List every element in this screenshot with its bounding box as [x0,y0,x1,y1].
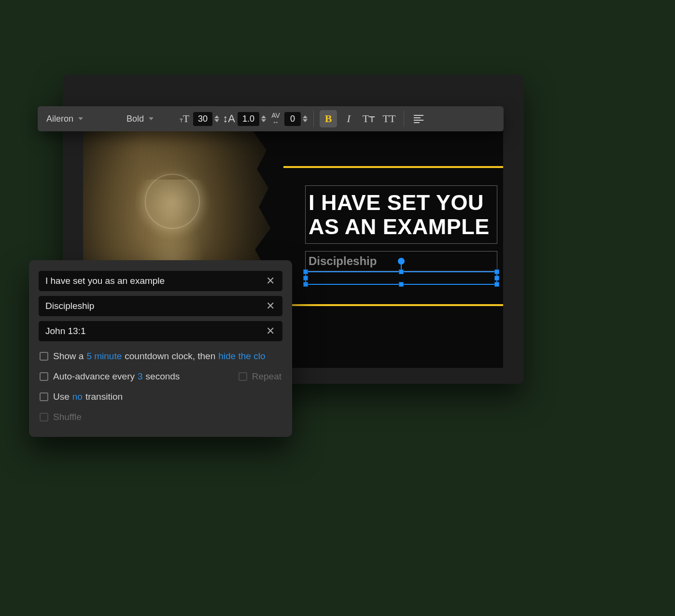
repeat-label: Repeat [252,371,281,382]
autoadvance-seconds-link[interactable]: 3 [138,371,143,382]
slide-title: I HAVE SET YOU AS AN EXAMPLE [309,191,494,239]
opt-label: Show a [53,351,84,362]
line-height-icon: ↕A [222,112,236,125]
reference-field[interactable] [45,326,263,336]
bold-button[interactable]: B [320,110,337,127]
tracking-input[interactable]: 0 [284,112,301,126]
close-icon[interactable]: ✕ [263,275,278,287]
slide-options-panel: ✕ ✕ ✕ Show a 5 minute countdown clock, t… [29,260,292,437]
shuffle-option-row: Shuffle [39,407,282,427]
chevron-down-icon [78,117,83,120]
tracking-control: AV↔ 0 [269,112,308,126]
toolbar-divider [313,111,314,127]
font-size-icon: ᴛT [178,112,191,125]
accent-rule-top [283,166,503,168]
resize-handle-bl[interactable] [303,282,308,287]
shuffle-label: Shuffle [53,412,82,422]
font-weight-dropdown[interactable]: Bold [122,110,175,127]
opt-label: Use [53,392,70,402]
title-field[interactable] [45,276,263,286]
resize-handle-bm[interactable] [399,282,404,287]
resize-handle-br[interactable] [494,282,499,287]
title-text-box[interactable]: I HAVE SET YOU AS AN EXAMPLE [305,185,497,244]
small-caps-button[interactable]: Tᴛ [360,110,378,127]
font-size-control: ᴛT 30 [178,112,219,126]
transition-option-row: Use no transition [39,387,282,407]
text-field-row: ✕ [39,271,282,291]
text-align-dropdown[interactable] [410,115,429,123]
text-format-toolbar: Aileron Bold ᴛT 30 ↕A 1.0 AV↔ 0 B I Tᴛ T… [38,106,504,131]
font-family-dropdown[interactable]: Aileron [42,110,119,127]
countdown-action-link[interactable]: hide the clo [218,351,265,362]
toolbar-divider [404,111,404,127]
align-left-icon [414,115,423,123]
resize-handle-tl[interactable] [303,269,308,274]
shuffle-checkbox[interactable] [40,413,48,421]
resize-handle-tr[interactable] [494,269,499,274]
opt-label: transition [85,392,123,402]
countdown-duration-link[interactable]: 5 minute [86,351,122,362]
opt-label: Auto-advance every [53,371,135,382]
repeat-option: Repeat [239,371,281,382]
line-height-input[interactable]: 1.0 [238,112,259,126]
close-icon[interactable]: ✕ [263,300,278,312]
selected-text-box[interactable] [305,271,497,285]
tracking-stepper[interactable] [303,115,308,122]
font-family-value: Aileron [46,114,73,124]
italic-button[interactable]: I [340,110,357,127]
tracking-icon: AV↔ [269,112,282,126]
font-weight-value: Bold [127,114,144,124]
subtitle-field[interactable] [45,301,263,311]
transition-type-link[interactable]: no [72,392,83,402]
close-icon[interactable]: ✕ [263,325,278,337]
uppercase-button[interactable]: TT [380,110,398,127]
resize-handle-tm[interactable] [399,269,404,274]
autoadvance-checkbox[interactable] [40,372,48,381]
line-height-stepper[interactable] [261,115,266,122]
text-field-row: ✕ [39,321,282,341]
autoadvance-option-row: Auto-advance every 3 seconds Repeat [39,366,282,387]
rotate-handle[interactable] [398,258,405,265]
font-size-input[interactable]: 30 [193,112,212,126]
accent-rule-bottom [283,304,503,306]
opt-label: countdown clock, then [125,351,215,362]
opt-label: seconds [146,371,180,382]
repeat-checkbox[interactable] [239,372,247,381]
resize-handle-ml[interactable] [303,276,308,280]
chevron-down-icon [149,117,154,120]
transition-checkbox[interactable] [40,392,48,401]
countdown-option-row: Show a 5 minute countdown clock, then hi… [39,346,282,366]
resize-handle-mr[interactable] [494,276,499,280]
font-size-stepper[interactable] [214,115,219,122]
line-height-control: ↕A 1.0 [222,112,266,126]
text-field-row: ✕ [39,296,282,316]
countdown-checkbox[interactable] [40,352,48,361]
